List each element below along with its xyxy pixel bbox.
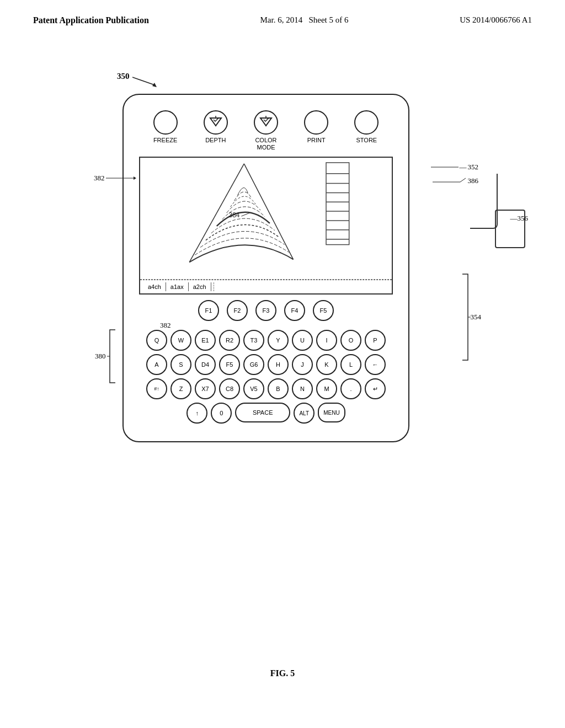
key-alt[interactable]: ALT [294, 403, 315, 424]
key-p[interactable]: P [365, 330, 386, 351]
freeze-button[interactable]: FREEZE [153, 110, 178, 144]
freeze-label: FREEZE [153, 137, 177, 144]
ref-386-line [433, 174, 466, 190]
key-x7[interactable]: X7 [195, 378, 216, 399]
device-body: FREEZE DEPTH [122, 94, 409, 442]
svg-marker-4 [260, 118, 271, 126]
key-shift[interactable]: #↑ [146, 378, 167, 399]
ref-382-arrow [106, 174, 136, 183]
key-s[interactable]: S [170, 354, 191, 375]
ref-356-label: —356 [510, 214, 529, 223]
figure-label: FIG. 5 [0, 668, 565, 678]
gain-button[interactable]: COLOR MODE [254, 110, 278, 151]
depth-circle[interactable] [204, 110, 228, 135]
key-up[interactable]: ↑ [186, 403, 207, 424]
color-mode-button[interactable]: PRINT [304, 110, 328, 144]
f4-key[interactable]: F4 [284, 300, 305, 321]
key-n[interactable]: N [292, 378, 313, 399]
key-space[interactable]: SPACE [235, 403, 290, 422]
ref-382b-label: 382 [160, 321, 423, 330]
f2-key[interactable]: F2 [227, 300, 248, 321]
key-g6[interactable]: G6 [243, 354, 264, 375]
key-w[interactable]: W [170, 330, 191, 351]
ref-354-bracket: 354 [460, 273, 482, 361]
gain-icon [258, 115, 274, 130]
kb-row-2: A S D4 F5 G6 H J K L ← [138, 354, 394, 375]
bracket-354-svg [460, 273, 471, 361]
bracket-380-svg [107, 329, 118, 384]
kb-row-1: Q W E1 R2 T3 Y U I O P [138, 330, 394, 351]
ref-352-arrow [431, 163, 459, 172]
key-menu[interactable]: MENU [318, 403, 345, 422]
depth-label: DEPTH [205, 137, 226, 144]
key-i[interactable]: I [316, 330, 337, 351]
print-circle[interactable] [354, 110, 379, 135]
kb-row-4: ↑ 0 SPACE ALT MENU [138, 403, 394, 424]
key-enter[interactable]: ↵ [365, 378, 386, 399]
svg-marker-20 [134, 176, 136, 180]
key-k[interactable]: K [316, 354, 337, 375]
key-period[interactable]: . [340, 378, 361, 399]
key-q[interactable]: Q [146, 330, 167, 351]
print-label: STORE [356, 137, 377, 144]
key-a[interactable]: A [146, 354, 167, 375]
svg-line-0 [132, 77, 154, 85]
key-f5[interactable]: F5 [219, 354, 240, 375]
color-mode-circle[interactable] [304, 110, 328, 135]
page-header: Patent Application Publication Mar. 6, 2… [0, 0, 565, 25]
f1-key[interactable]: F1 [198, 300, 219, 321]
ref-382-left: 382 [94, 174, 136, 183]
tab-a2ch[interactable]: a2ch [189, 282, 211, 291]
tab-empty [214, 282, 388, 291]
key-c8[interactable]: C8 [219, 378, 240, 399]
tab-a4ch[interactable]: a4ch [143, 282, 166, 291]
key-h[interactable]: H [268, 354, 289, 375]
ultrasound-screen: 384 a4ch a1ax a2ch [139, 157, 393, 295]
tab-a1ax[interactable]: a1ax [166, 282, 189, 291]
depth-icon [208, 115, 223, 130]
screen-tabs: a4ch a1ax a2ch [140, 280, 392, 293]
patent-number: US 2014/0066766 A1 [460, 15, 532, 25]
svg-marker-2 [210, 118, 221, 126]
key-e1[interactable]: E1 [195, 330, 216, 351]
svg-line-18 [241, 213, 249, 216]
connector-line [470, 174, 498, 229]
gain-label: COLOR MODE [255, 137, 276, 151]
kb-row-3: #↑ Z X7 C8 V5 B N M . ↵ [138, 378, 394, 399]
scan-area: 384 [140, 158, 392, 279]
f5-key[interactable]: F5 [313, 300, 334, 321]
key-d4[interactable]: D4 [195, 354, 216, 375]
keyboard-section: Q W E1 R2 T3 Y U I O P A S D4 F5 G6 H J … [135, 329, 397, 430]
key-j[interactable]: J [292, 354, 313, 375]
key-o[interactable]: O [340, 330, 361, 351]
key-l[interactable]: L [340, 354, 361, 375]
key-m[interactable]: M [316, 378, 337, 399]
freeze-circle[interactable] [153, 110, 178, 135]
key-u[interactable]: U [292, 330, 313, 351]
scan-svg: 384 [140, 158, 392, 279]
device-diagram: 350 FREEZE DEPTH [89, 77, 476, 442]
ref-352-label: — 352 [431, 163, 479, 172]
key-r2[interactable]: R2 [219, 330, 240, 351]
key-v5[interactable]: V5 [243, 378, 264, 399]
key-backspace[interactable]: ← [365, 354, 386, 375]
gain-circle[interactable] [254, 110, 278, 135]
key-y[interactable]: Y [268, 330, 289, 351]
date-sheet: Mar. 6, 2014 Sheet 5 of 6 [260, 15, 348, 25]
key-z[interactable]: Z [170, 378, 191, 399]
top-buttons-row: FREEZE DEPTH [135, 106, 397, 153]
key-t3[interactable]: T3 [243, 330, 264, 351]
print-button[interactable]: STORE [354, 110, 379, 144]
publication-title: Patent Application Publication [33, 15, 149, 25]
color-mode-label: PRINT [307, 137, 326, 144]
fn-keys-row: F1 F2 F3 F4 F5 [135, 295, 397, 324]
key-0[interactable]: 0 [211, 403, 232, 424]
ref-350: 350 [117, 72, 130, 81]
svg-rect-8 [326, 163, 349, 245]
svg-marker-1 [152, 83, 157, 87]
ref-350-arrow [132, 73, 166, 89]
key-b[interactable]: B [268, 378, 289, 399]
depth-button[interactable]: DEPTH [204, 110, 228, 144]
ref-380-bracket: 380 [95, 329, 118, 384]
f3-key[interactable]: F3 [255, 300, 276, 321]
